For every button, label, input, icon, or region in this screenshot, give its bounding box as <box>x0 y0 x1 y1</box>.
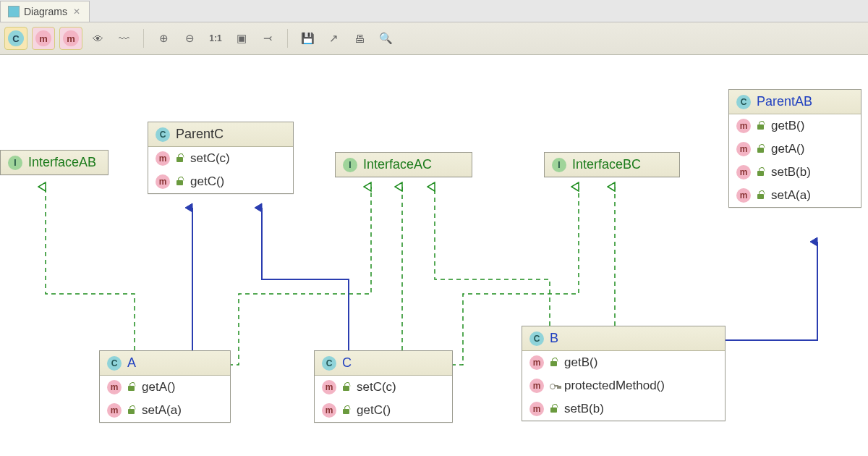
toolbar: C m m 👁 〰 ⊕ ⊖ 1:1 ▣ ⤙ 💾 ↗ 🖶 🔍 <box>0 22 868 55</box>
node-title: InterfaceBC <box>572 157 641 172</box>
interface-icon: I <box>343 158 357 172</box>
print-icon: 🖶 <box>354 33 365 45</box>
public-icon <box>550 358 558 367</box>
diagram-tab-icon <box>8 6 20 17</box>
method-icon: m <box>529 402 544 416</box>
method-icon: m <box>736 165 751 180</box>
method-name: setA(a) <box>771 188 811 203</box>
node-a[interactable]: CA mgetA() msetA(a) <box>99 350 231 423</box>
zoom-in-button[interactable]: ⊕ <box>153 28 174 49</box>
method-icon: m <box>107 403 122 418</box>
method-row: mgetA() <box>100 376 230 399</box>
method-row: msetB(b) <box>729 161 861 184</box>
method-row: msetB(b) <box>522 397 725 421</box>
method-row: msetC(c) <box>148 147 293 170</box>
method-icon: m <box>736 188 751 203</box>
node-b[interactable]: CB mgetB() mprotectedMethod() msetB(b) <box>522 326 726 421</box>
zoom-out-button[interactable]: ⊖ <box>179 28 200 49</box>
method-name: getA() <box>142 380 175 394</box>
node-title: B <box>550 331 558 346</box>
method-row: mprotectedMethod() <box>522 374 725 397</box>
export-icon: ↗ <box>329 32 339 45</box>
save-button[interactable]: 💾 <box>297 28 318 49</box>
method-icon: m <box>736 119 751 133</box>
method-name: protectedMethod() <box>564 379 665 393</box>
node-parentc[interactable]: CParentC msetC(c) mgetC() <box>148 122 294 194</box>
inspect-icon: 🔍 <box>379 32 393 45</box>
public-icon <box>127 383 136 392</box>
method-name: getB() <box>771 119 804 133</box>
fit-icon: ▣ <box>237 32 247 45</box>
method-icon: m <box>529 355 544 370</box>
node-c[interactable]: CC msetC(c) mgetC() <box>314 350 453 423</box>
method-icon: m <box>156 151 170 166</box>
toolbar-separator <box>287 29 288 48</box>
route-button[interactable]: ⤙ <box>257 28 278 49</box>
filter-methods-button[interactable]: m <box>32 27 55 50</box>
node-title: ParentAB <box>757 94 812 109</box>
inspect-button[interactable]: 🔍 <box>375 28 396 49</box>
method-name: setA(a) <box>142 403 182 418</box>
method-row: mgetC() <box>148 170 293 193</box>
class-icon: C <box>322 356 336 371</box>
actual-size-button[interactable]: 1:1 <box>205 28 226 49</box>
filter-classes-button[interactable]: C <box>4 27 27 50</box>
method-row: mgetA() <box>729 138 861 161</box>
method-row: mgetB() <box>729 114 861 138</box>
route-icon: ⤙ <box>263 32 273 45</box>
class-icon: C <box>107 356 122 371</box>
tab-label: Diagrams <box>24 6 67 17</box>
tab-diagrams[interactable]: Diagrams ✕ <box>0 1 90 22</box>
zoom-out-icon: ⊖ <box>185 32 195 45</box>
filter-methods2-button[interactable]: m <box>59 27 82 50</box>
method-row: msetA(a) <box>100 399 230 422</box>
diagram-canvas[interactable]: IInterfaceAB CParentC msetC(c) mgetC() I… <box>0 55 868 456</box>
toolbar-separator <box>143 29 144 48</box>
public-icon <box>757 122 765 130</box>
fit-button[interactable]: ▣ <box>231 28 252 49</box>
method-icon: m <box>107 380 122 394</box>
method-name: setB(b) <box>564 402 604 416</box>
node-interfaceac[interactable]: IInterfaceAC <box>335 152 472 177</box>
public-icon <box>342 406 351 415</box>
protected-icon <box>550 381 558 390</box>
eye-icon: 👁 <box>93 33 103 45</box>
method-name: getC() <box>357 403 391 418</box>
export-button[interactable]: ↗ <box>323 28 344 49</box>
curve-icon: 〰 <box>119 33 129 45</box>
show-visibility-button[interactable]: 👁 <box>87 28 109 49</box>
public-icon <box>757 191 765 200</box>
method-icon: m <box>529 379 544 393</box>
node-parentab[interactable]: CParentAB mgetB() mgetA() msetB(b) msetA… <box>728 89 861 208</box>
interface-icon: I <box>552 158 566 172</box>
method-row: mgetB() <box>522 351 725 374</box>
save-icon: 💾 <box>301 32 315 45</box>
method-row: mgetC() <box>315 399 452 422</box>
public-icon <box>757 168 765 177</box>
node-title: InterfaceAB <box>28 155 96 170</box>
layout-button[interactable]: 〰 <box>113 28 135 49</box>
method-name: getB() <box>564 355 597 370</box>
close-icon[interactable]: ✕ <box>72 7 82 17</box>
method-icon: m <box>322 380 336 394</box>
zoom-in-icon: ⊕ <box>159 32 169 45</box>
class-icon: C <box>156 127 170 142</box>
node-title: A <box>127 355 136 371</box>
node-title: C <box>342 355 352 371</box>
node-interfaceab[interactable]: IInterfaceAB <box>0 150 109 175</box>
print-button[interactable]: 🖶 <box>349 28 370 49</box>
public-icon <box>550 405 558 413</box>
method-name: setC(c) <box>357 380 396 394</box>
method-icon: m <box>736 142 751 156</box>
method-name: setB(b) <box>771 165 811 180</box>
node-interfacebc[interactable]: IInterfaceBC <box>544 152 680 177</box>
method-name: setC(c) <box>190 151 230 166</box>
method-row: msetA(a) <box>729 184 861 207</box>
method-name: getC() <box>190 174 224 189</box>
method-name: getA() <box>771 142 804 156</box>
interface-icon: I <box>8 156 22 170</box>
method-icon: m <box>156 174 170 189</box>
public-icon <box>176 154 184 163</box>
class-icon: C <box>736 95 751 109</box>
node-title: ParentC <box>176 127 224 142</box>
